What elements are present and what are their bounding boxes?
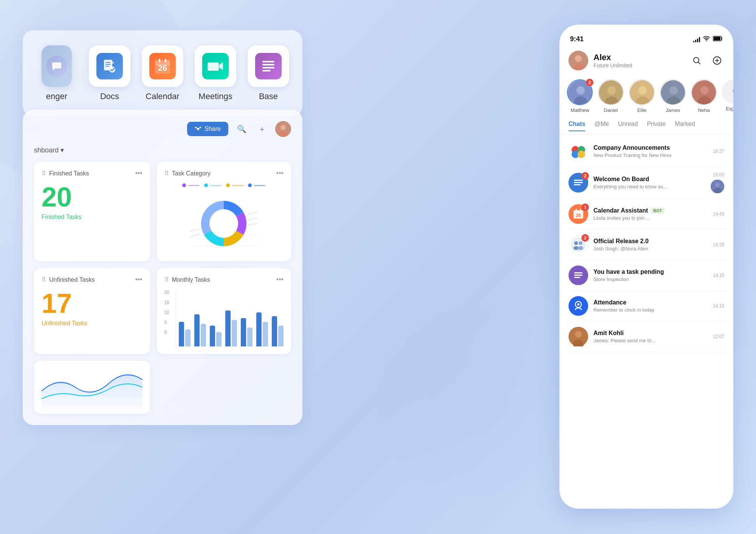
- ellie-name: Ellie: [637, 107, 647, 113]
- matthew-name: Matthew: [570, 107, 589, 113]
- chat-preview-company: New Product Training for New Hires: [593, 152, 708, 158]
- svg-rect-71: [580, 209, 581, 211]
- app-icon-meetings[interactable]: Meetings: [193, 45, 238, 101]
- svg-point-46: [638, 86, 647, 95]
- chat-name-calendar: Calendar Assistant BOT: [593, 207, 708, 214]
- tab-me[interactable]: @Me: [594, 121, 609, 131]
- dashboard-panel: Share 🔍 ＋ shboard ▾ Finished Tasks ••• 2…: [23, 110, 302, 425]
- search-action-button[interactable]: [689, 53, 704, 68]
- signal-bar-3: [697, 39, 698, 42]
- svg-rect-8: [159, 59, 160, 62]
- bar-group-1: [179, 322, 191, 346]
- unfinished-tasks-title: Unfinished Tasks: [42, 276, 95, 283]
- story-daniel[interactable]: Daniel: [598, 79, 624, 113]
- svg-rect-2: [105, 64, 111, 65]
- status-icons: [693, 36, 723, 43]
- chat-item-calendar[interactable]: 26 1 Calendar Assistant BOT Linda invite…: [565, 199, 727, 230]
- story-expand[interactable]: ▾ Expand: [722, 79, 733, 113]
- profile-avatar: [569, 51, 588, 70]
- task-category-menu[interactable]: •••: [276, 169, 284, 177]
- daniel-name: Daniel: [604, 107, 618, 113]
- search-button[interactable]: 🔍: [234, 122, 249, 136]
- chat-item-amit[interactable]: Amit Kohli James: Please send me th... 1…: [565, 321, 727, 352]
- donut-chart: [186, 193, 262, 254]
- chat-content-amit: Amit Kohli James: Please send me th...: [593, 330, 708, 343]
- bar-group-6: [256, 312, 268, 346]
- chat-item-task[interactable]: You have a task pending Store Inspection…: [565, 260, 727, 291]
- app-icon-messenger[interactable]: enger: [34, 45, 79, 101]
- story-ellie[interactable]: Ellie: [629, 79, 655, 113]
- app-icon-docs[interactable]: Docs: [87, 45, 132, 101]
- svg-point-43: [607, 86, 616, 95]
- story-neha[interactable]: Neha: [691, 79, 717, 113]
- svg-rect-14: [262, 67, 274, 68]
- unfinished-tasks-menu[interactable]: •••: [135, 276, 143, 284]
- svg-rect-11: [208, 62, 219, 71]
- svg-rect-1: [105, 62, 111, 63]
- svg-point-82: [569, 296, 588, 316]
- app-icon-base[interactable]: Base: [246, 45, 291, 101]
- svg-line-30: [248, 224, 257, 225]
- bg-decoration-2: [378, 307, 567, 496]
- profile-org: Future Unlimited: [593, 62, 684, 68]
- status-bar: 9:41: [559, 32, 733, 46]
- app-icon-meetings-label: Meetings: [198, 92, 232, 101]
- profile-actions: [689, 53, 724, 68]
- tab-chats[interactable]: Chats: [569, 121, 585, 131]
- chat-time-amit: 12:07: [713, 334, 724, 339]
- neha-name: Neha: [698, 107, 710, 113]
- line-chart: [42, 368, 143, 414]
- tab-unread[interactable]: Unread: [618, 121, 638, 131]
- james-name: James: [666, 107, 680, 113]
- chat-time-task: 14:15: [713, 273, 724, 278]
- svg-point-20: [280, 125, 286, 130]
- bar-group-5: [241, 318, 253, 346]
- bar-group-7: [272, 316, 284, 346]
- svg-point-84: [577, 303, 579, 306]
- chat-tabs: Chats @Me Unread Private Marked: [559, 118, 733, 135]
- signal-bar-1: [693, 41, 694, 42]
- chat-item-attendance[interactable]: Attendance Remember to clock in today 14…: [565, 291, 727, 321]
- story-matthew[interactable]: 2 Matthew: [567, 79, 593, 113]
- profile-header: Alex Future Unlimited: [559, 46, 733, 75]
- wifi-icon: [703, 36, 710, 43]
- svg-point-58: [578, 151, 585, 158]
- release-badge: 2: [581, 234, 589, 242]
- monthly-tasks-menu[interactable]: •••: [276, 276, 284, 284]
- task-category-title: Task Category: [164, 170, 211, 177]
- add-action-button[interactable]: [710, 53, 724, 68]
- chat-time-release: 14:29: [713, 242, 724, 247]
- share-label: Share: [204, 126, 221, 132]
- chat-preview-amit: James: Please send me th...: [593, 338, 708, 343]
- svg-point-4: [109, 67, 115, 73]
- svg-rect-10: [155, 64, 170, 65]
- svg-point-64: [715, 183, 720, 187]
- app-icons-row: enger Docs: [34, 45, 291, 101]
- signal-bar-4: [699, 37, 700, 42]
- app-icon-calendar[interactable]: 26 Calendar: [140, 45, 185, 101]
- svg-rect-15: [262, 70, 271, 71]
- svg-text:26: 26: [576, 213, 581, 218]
- chat-name-amit: Amit Kohli: [593, 330, 708, 337]
- user-avatar[interactable]: [275, 121, 291, 137]
- svg-rect-33: [714, 37, 720, 40]
- chat-item-release[interactable]: 2 Official Release 2.0 Josh Singh: @Nora…: [565, 230, 727, 260]
- add-button[interactable]: ＋: [255, 122, 269, 136]
- tab-marked[interactable]: Marked: [675, 121, 695, 131]
- app-icon-base-label: Base: [259, 92, 278, 101]
- bar-group-3: [210, 326, 222, 346]
- share-button[interactable]: Share: [187, 122, 228, 136]
- chat-item-company-announcements[interactable]: Company Announcements New Product Traini…: [565, 136, 727, 167]
- story-james[interactable]: James: [660, 79, 686, 113]
- donut-legend: [164, 183, 284, 187]
- y-axis: 20 15 10 5 0: [164, 290, 169, 335]
- battery-icon: [713, 36, 723, 43]
- welcome-badge: 2: [581, 172, 589, 180]
- task-category-card: Task Category •••: [157, 162, 291, 261]
- finished-tasks-menu[interactable]: •••: [135, 169, 143, 177]
- svg-line-28: [248, 212, 257, 214]
- chat-avatar-welcome: 2: [569, 173, 588, 192]
- svg-point-49: [669, 86, 678, 95]
- tab-private[interactable]: Private: [647, 121, 666, 131]
- chat-item-welcome[interactable]: 2 Welcome On Board Everything you need t…: [565, 167, 727, 199]
